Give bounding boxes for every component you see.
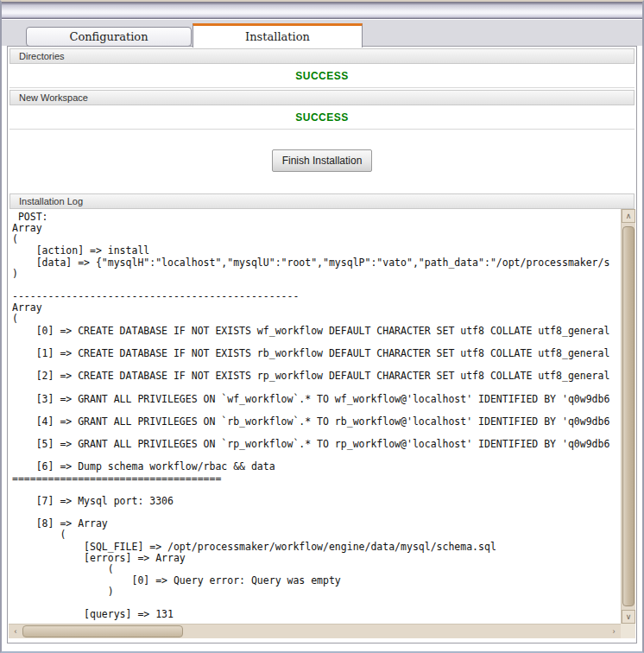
log-text: POST: Array ( [action] => install [data]… [9, 209, 621, 624]
vertical-scrollbar[interactable]: ∧ ∨ [621, 209, 635, 624]
window-titlebar [2, 2, 642, 19]
scroll-right-icon[interactable]: › [607, 624, 621, 638]
new-workspace-section-header: New Workspace [9, 90, 635, 105]
new-workspace-status-row: SUCCESS [9, 105, 635, 130]
new-workspace-section-title: New Workspace [19, 92, 88, 103]
directories-status-row: SUCCESS [9, 64, 635, 88]
finish-installation-button[interactable]: Finish Installation [272, 149, 373, 172]
installation-log-header: Installation Log [9, 193, 635, 209]
new-workspace-status: SUCCESS [295, 111, 349, 124]
tab-installation[interactable]: Installation [193, 23, 363, 48]
tab-configuration-label: Configuration [69, 30, 148, 43]
vertical-scrollbar-thumb[interactable] [622, 226, 635, 606]
main-panel: Directories SUCCESS New Workspace SUCCES… [7, 46, 637, 643]
scroll-down-icon[interactable]: ∨ [622, 610, 635, 624]
tab-configuration[interactable]: Configuration [26, 27, 192, 47]
installer-window: Configuration Installation Directories S… [0, 0, 644, 653]
scroll-left-icon[interactable]: ‹ [9, 624, 22, 638]
installation-log[interactable]: POST: Array ( [action] => install [data]… [9, 209, 635, 638]
horizontal-scrollbar-thumb[interactable] [22, 625, 183, 637]
directories-section-header: Directories [9, 48, 635, 64]
tab-installation-label: Installation [245, 30, 310, 43]
horizontal-scrollbar[interactable]: ‹ › [9, 624, 621, 638]
scroll-up-icon[interactable]: ∧ [622, 209, 635, 223]
scrollbar-corner [621, 624, 635, 638]
directories-status: SUCCESS [295, 70, 349, 82]
directories-section-title: Directories [19, 51, 65, 61]
installation-log-title: Installation Log [19, 196, 83, 206]
finish-button-row: Finish Installation [8, 130, 636, 192]
